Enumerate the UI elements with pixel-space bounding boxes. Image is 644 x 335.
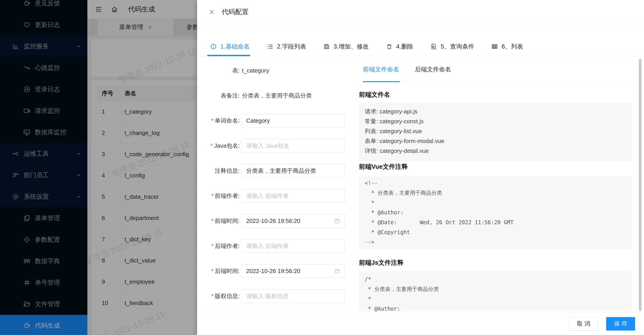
required-asterisk: * — [211, 192, 214, 199]
field-label: 表备注: — [197, 92, 240, 100]
table-value: t_category — [242, 67, 269, 74]
calendar-icon — [334, 268, 340, 274]
js-comment-box: /* * 分类表，主要用于商品分类 * * @Author: — [359, 271, 632, 311]
vue-comment-box: <!-- * 分类表，主要用于商品分类 * * @Author: * @Date… — [359, 176, 632, 249]
frontend-filenames-box: 请求: category-api.js 常量: category-const.j… — [359, 102, 632, 162]
field-label: 版权信息: — [215, 293, 240, 300]
cancel-button[interactable]: 取 消 — [569, 317, 598, 331]
section-heading-frontend-filenames: 前端文件名 — [359, 90, 390, 99]
field-label: 前端时间: — [215, 218, 240, 224]
form-row-word-name: *单词命名: — [197, 114, 350, 127]
field-label: 后端作者: — [215, 243, 240, 249]
required-asterisk: * — [211, 117, 214, 124]
field-label: Java包名: — [214, 142, 240, 149]
form-row-frontend-author: *前端作者: — [197, 189, 350, 203]
frontend-time-picker[interactable]: 2022-10-26 19:56:20 — [242, 214, 345, 228]
frontend-author-input[interactable] — [242, 189, 345, 203]
form-row-copyright: *版权信息: — [197, 289, 350, 303]
form-row-backend-time: *后端时间: 2022-10-26 19:56:20 — [197, 264, 350, 278]
word-name-input[interactable] — [242, 114, 345, 127]
form-row-backend-author: *后端作者: — [197, 239, 350, 253]
drawer-footer: 取 消 保 存 — [197, 312, 644, 335]
backend-time-picker[interactable]: 2022-10-26 19:56:20 — [242, 264, 345, 278]
file-naming-tabs: 前端文件命名 后端文件命名 — [363, 65, 451, 73]
backend-author-input[interactable] — [242, 239, 345, 253]
field-label: 单词命名: — [215, 117, 240, 124]
section-heading-vue-comment: 前端Vue文件注释 — [359, 162, 408, 171]
form-row-table-comment: 表备注: 分类表，主要用于商品分类 — [197, 89, 350, 102]
form-row-frontend-time: *前端时间: 2022-10-26 19:56:20 — [197, 214, 350, 228]
app-root: 意见反馈 更新日志 监控服务 心跳监控 登录日志 请求监控 SQL 数据库监控 — [0, 0, 644, 335]
form-row-table: 表: t_category — [197, 64, 350, 77]
drawer-body: 表: t_category 表备注: 分类表，主要用于商品分类 *单词命名: *… — [197, 0, 644, 335]
divider — [359, 82, 632, 82]
field-label: 表: — [197, 67, 240, 74]
form-row-java-package: *Java包名: — [197, 139, 350, 152]
section-heading-js-comment: 前端Js文件注释 — [359, 259, 404, 267]
java-package-input[interactable] — [242, 139, 345, 152]
field-label: 后端时间: — [215, 268, 240, 274]
required-asterisk: * — [211, 218, 214, 224]
code-config-drawer: 代码配置 1.基础命名 2.字段列表 3.增加、修改 4.删除 5、查询条件 — [197, 0, 644, 335]
required-asterisk: * — [211, 243, 214, 249]
save-button[interactable]: 保 存 — [606, 317, 635, 331]
calendar-icon — [334, 218, 340, 224]
tab-frontend-file-naming[interactable]: 前端文件命名 — [363, 65, 399, 73]
form-row-comment-info: *注释信息: — [197, 164, 350, 177]
comment-info-input[interactable] — [242, 164, 345, 177]
table-comment-value: 分类表，主要用于商品分类 — [242, 92, 312, 100]
tab-backend-file-naming[interactable]: 后端文件命名 — [415, 65, 451, 73]
required-asterisk: * — [211, 268, 214, 274]
copyright-input[interactable] — [242, 289, 345, 303]
field-label: 前端作者: — [215, 192, 240, 199]
drawer-scrollbar-thumb[interactable] — [639, 59, 642, 311]
field-label: 注释信息: — [215, 167, 240, 174]
required-asterisk: * — [211, 293, 214, 300]
required-asterisk: * — [210, 142, 213, 149]
